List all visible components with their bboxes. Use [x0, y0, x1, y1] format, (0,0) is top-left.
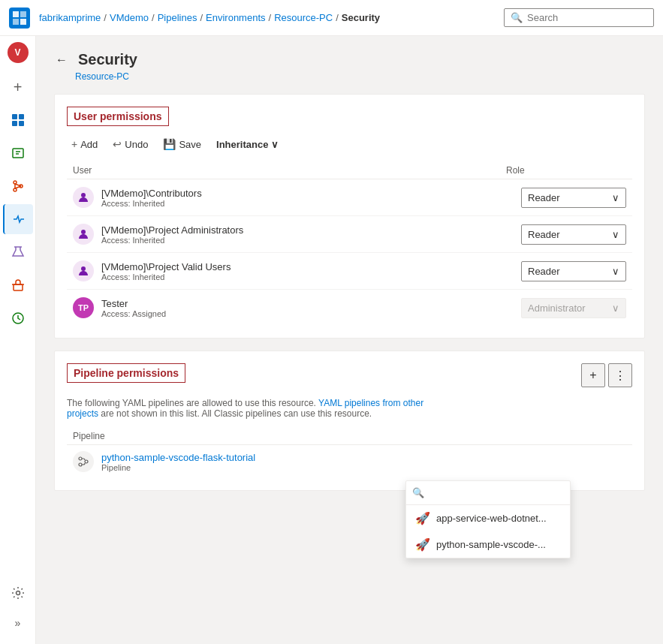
breadcrumb-sep-5: / [336, 12, 339, 23]
user-name: Tester [101, 298, 166, 309]
user-access: Access: Inherited [101, 236, 243, 245]
chevron-down-icon: ∨ [271, 139, 279, 150]
avatar [73, 260, 94, 281]
user-name: [VMdemo]\Project Administrators [101, 224, 243, 236]
sidebar: V + » [0, 36, 36, 644]
pipeline-table-header: Pipeline [67, 428, 632, 445]
search-icon: 🔍 [511, 12, 523, 23]
user-access: Access: Inherited [101, 199, 202, 208]
breadcrumb-security: Security [342, 12, 380, 23]
pipeline-type: Pipeline [101, 463, 255, 472]
inheritance-button[interactable]: Inheritance ∨ [212, 136, 283, 153]
search-box[interactable]: 🔍 [504, 8, 654, 27]
dropdown-search: 🔍 [406, 481, 570, 505]
avatar[interactable]: V [8, 42, 29, 63]
search-input[interactable] [527, 12, 647, 23]
role-dropdown[interactable]: Reader ∨ [521, 224, 626, 245]
save-button[interactable]: 💾 Save [158, 135, 206, 153]
role-dropdown[interactable]: Reader ∨ [521, 188, 626, 208]
avatar [73, 224, 94, 245]
col-header-user: User [73, 165, 506, 176]
breadcrumb-sep-2: / [152, 12, 155, 23]
list-item: python-sample-vscode-flask-tutorial Pipe… [67, 445, 632, 478]
table-row: [VMdemo]\Project Valid Users Access: Inh… [67, 253, 632, 290]
app-logo[interactable] [9, 8, 30, 29]
sidebar-item-artifacts[interactable] [3, 270, 33, 300]
svg-rect-0 [13, 11, 19, 17]
add-pipeline-button[interactable]: + [581, 363, 605, 387]
pipeline-small-icon: 🚀 [415, 511, 430, 525]
pipeline-description-highlight: YAML pipelines from other projects [67, 398, 423, 419]
sidebar-item-new[interactable]: + [3, 72, 33, 102]
svg-rect-12 [14, 284, 23, 290]
breadcrumb-environments[interactable]: Environments [206, 12, 265, 23]
svg-point-16 [81, 230, 86, 234]
svg-point-19 [85, 460, 88, 463]
pipeline-small-icon: 🚀 [415, 537, 430, 552]
svg-point-18 [79, 457, 82, 460]
sidebar-item-test[interactable] [3, 237, 33, 267]
breadcrumb-fabrikamprime[interactable]: fabrikamprime [39, 12, 101, 23]
breadcrumb-vmdemo[interactable]: VMdemo [110, 12, 149, 23]
page-title: Security [78, 51, 137, 68]
user-info-valid-users: [VMdemo]\Project Valid Users Access: Inh… [73, 260, 521, 281]
sidebar-item-expand[interactable]: » [3, 608, 33, 638]
role-dropdown-disabled[interactable]: Administrator ∨ [521, 298, 626, 318]
sidebar-item-repos[interactable] [3, 171, 33, 201]
svg-rect-3 [20, 19, 26, 25]
avatar [73, 187, 94, 208]
breadcrumb-sep-1: / [104, 12, 107, 23]
user-info-project-admins: [VMdemo]\Project Administrators Access: … [73, 224, 521, 245]
pipeline-link[interactable]: python-sample-vscode-flask-tutorial [101, 452, 255, 463]
dropdown-item[interactable]: 🚀 app-service-web-dotnet... [406, 505, 570, 531]
svg-rect-6 [12, 121, 17, 126]
dropdown-item-label: app-service-web-dotnet... [436, 513, 547, 524]
user-permissions-toolbar: + Add ↩ Undo 💾 Save Inheritance ∨ [67, 135, 632, 153]
svg-point-20 [79, 463, 82, 466]
chevron-down-icon: ∨ [612, 266, 619, 277]
search-icon: 🔍 [412, 487, 424, 498]
add-button[interactable]: + Add [67, 135, 102, 153]
user-name: [VMdemo]\Project Valid Users [101, 261, 231, 272]
user-info-contributors: [VMdemo]\Contributors Access: Inherited [73, 187, 521, 208]
breadcrumb-pipelines[interactable]: Pipelines [158, 12, 197, 23]
table-row: [VMdemo]\Contributors Access: Inherited … [67, 179, 632, 216]
breadcrumb-sep-4: / [269, 12, 272, 23]
sidebar-item-pipelines[interactable] [3, 204, 33, 234]
breadcrumb-resource-pc[interactable]: Resource-PC [274, 12, 333, 23]
pipeline-dropdown-popup: 🔍 🚀 app-service-web-dotnet... 🚀 python-s… [405, 480, 571, 558]
sidebar-item-settings[interactable] [3, 578, 33, 608]
user-permissions-card: User permissions + Add ↩ Undo 💾 Save Inh… [54, 94, 645, 339]
svg-rect-4 [12, 114, 17, 119]
svg-point-9 [14, 181, 17, 184]
dropdown-search-input[interactable] [429, 487, 564, 498]
user-info-tester: TP Tester Access: Assigned [73, 297, 521, 318]
sidebar-item-feedback[interactable] [3, 303, 33, 333]
col-header-pipeline: Pipeline [73, 431, 626, 441]
pipeline-actions: + ⋮ [581, 363, 632, 387]
sidebar-item-work[interactable] [3, 138, 33, 168]
pipeline-icon [73, 451, 94, 472]
pipeline-permissions-title: Pipeline permissions [67, 363, 185, 383]
page-subtitle: Resource-PC [75, 71, 645, 82]
svg-point-17 [81, 266, 86, 271]
sidebar-item-dashboard[interactable] [3, 105, 33, 135]
more-options-button[interactable]: ⋮ [608, 363, 632, 387]
svg-point-15 [81, 193, 86, 197]
pipeline-description: The following YAML pipelines are allowed… [67, 398, 457, 419]
undo-button[interactable]: ↩ Undo [108, 135, 152, 153]
dropdown-item[interactable]: 🚀 python-sample-vscode-... [406, 531, 570, 558]
user-access: Access: Assigned [101, 309, 166, 318]
dropdown-item-label: python-sample-vscode-... [436, 539, 546, 550]
avatar: TP [73, 297, 94, 318]
user-permissions-title: User permissions [67, 107, 169, 126]
pipeline-permissions-card: Pipeline permissions + ⋮ The following Y… [54, 351, 645, 491]
user-name: [VMdemo]\Contributors [101, 188, 202, 199]
role-dropdown[interactable]: Reader ∨ [521, 261, 626, 281]
svg-point-10 [14, 188, 17, 191]
svg-rect-8 [13, 149, 23, 158]
table-header: User Role [67, 162, 632, 179]
svg-rect-2 [13, 19, 19, 25]
svg-rect-7 [19, 121, 24, 126]
back-button[interactable]: ← [54, 52, 69, 68]
